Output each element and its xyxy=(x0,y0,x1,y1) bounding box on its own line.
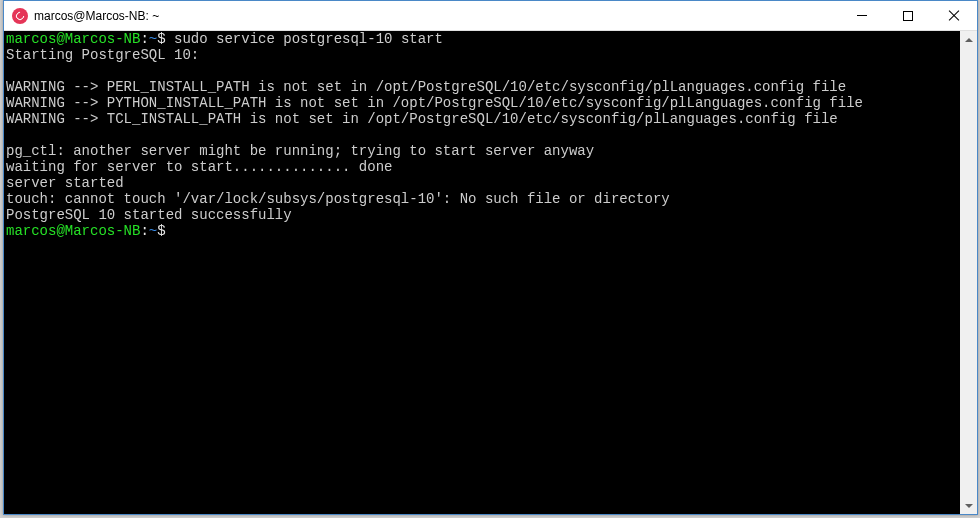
terminal-window: marcos@Marcos-NB: ~ marcos@Marcos-NB:~$ … xyxy=(3,0,978,515)
window-title: marcos@Marcos-NB: ~ xyxy=(34,9,839,23)
prompt-path: ~ xyxy=(149,31,157,47)
output-line: Starting PostgreSQL 10: xyxy=(6,47,199,63)
titlebar[interactable]: marcos@Marcos-NB: ~ xyxy=(4,1,977,31)
maximize-button[interactable] xyxy=(885,1,931,30)
output-line: WARNING --> PYTHON_INSTALL_PATH is not s… xyxy=(6,95,863,111)
chevron-up-icon xyxy=(965,38,973,42)
close-button[interactable] xyxy=(931,1,977,30)
command-text: sudo service postgresql-10 start xyxy=(166,31,443,47)
prompt-colon: : xyxy=(140,223,148,239)
minimize-button[interactable] xyxy=(839,1,885,30)
close-icon xyxy=(948,10,960,22)
prompt-path: ~ xyxy=(149,223,157,239)
output-line: touch: cannot touch '/var/lock/subsys/po… xyxy=(6,191,670,207)
prompt-user: marcos@Marcos-NB xyxy=(6,223,140,239)
output-line: PostgreSQL 10 started successfully xyxy=(6,207,292,223)
window-controls xyxy=(839,1,977,30)
prompt-colon: : xyxy=(140,31,148,47)
scroll-up-button[interactable] xyxy=(960,31,977,48)
output-line: WARNING --> TCL_INSTALL_PATH is not set … xyxy=(6,111,838,127)
minimize-icon xyxy=(857,15,867,16)
terminal-area: marcos@Marcos-NB:~$ sudo service postgre… xyxy=(4,31,977,514)
app-icon xyxy=(12,8,28,24)
maximize-icon xyxy=(903,11,913,21)
output-line: WARNING --> PERL_INSTALL_PATH is not set… xyxy=(6,79,846,95)
scrollbar[interactable] xyxy=(960,31,977,514)
chevron-down-icon xyxy=(965,504,973,508)
output-line: pg_ctl: another server might be running;… xyxy=(6,143,594,159)
terminal-content[interactable]: marcos@Marcos-NB:~$ sudo service postgre… xyxy=(4,31,960,514)
output-line: server started xyxy=(6,175,124,191)
prompt-user: marcos@Marcos-NB xyxy=(6,31,140,47)
scroll-down-button[interactable] xyxy=(960,497,977,514)
prompt-dollar: $ xyxy=(157,31,165,47)
prompt-dollar: $ xyxy=(157,223,165,239)
output-line: waiting for server to start.............… xyxy=(6,159,392,175)
